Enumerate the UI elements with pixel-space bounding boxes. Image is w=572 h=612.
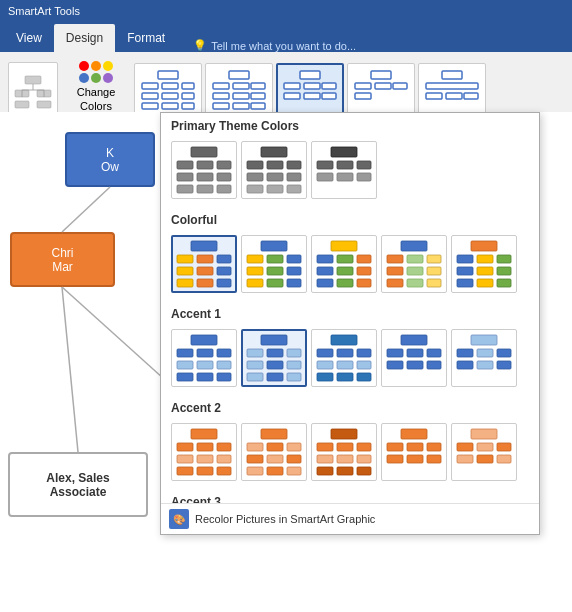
svg-rect-145 <box>287 373 301 381</box>
svg-rect-89 <box>287 255 301 263</box>
svg-rect-56 <box>177 185 193 193</box>
accent2-color-grid <box>161 419 539 489</box>
svg-rect-59 <box>261 147 287 157</box>
color-option-a2o2[interactable] <box>241 423 307 481</box>
color-option-a2o3[interactable] <box>311 423 377 481</box>
svg-rect-208 <box>457 443 473 451</box>
svg-rect-125 <box>497 279 511 287</box>
svg-rect-153 <box>317 373 333 381</box>
color-option-ptc2[interactable] <box>241 141 307 199</box>
canvas-node-top[interactable]: KOw <box>65 132 155 187</box>
svg-rect-180 <box>261 429 287 439</box>
dot-yellow <box>103 61 113 71</box>
color-option-a1o2[interactable] <box>241 329 307 387</box>
svg-rect-102 <box>357 267 371 275</box>
svg-rect-75 <box>357 173 371 181</box>
svg-rect-150 <box>317 361 333 369</box>
svg-rect-206 <box>427 455 441 463</box>
color-option-col1[interactable] <box>171 235 237 293</box>
svg-rect-154 <box>337 373 353 381</box>
svg-rect-22 <box>251 83 265 89</box>
svg-rect-39 <box>393 83 407 89</box>
svg-rect-18 <box>182 103 194 109</box>
svg-rect-170 <box>191 429 217 439</box>
color-option-a2o4[interactable] <box>381 423 447 481</box>
svg-rect-167 <box>457 361 473 369</box>
svg-rect-205 <box>407 455 423 463</box>
svg-rect-109 <box>427 255 441 263</box>
tab-design[interactable]: Design <box>54 24 115 52</box>
svg-rect-45 <box>464 93 478 99</box>
svg-rect-168 <box>477 361 493 369</box>
change-colors-dropdown: Primary Theme Colors Colorful <box>160 112 540 535</box>
recolor-row[interactable]: 🎨 Recolor Pictures in SmartArt Graphic <box>161 503 539 534</box>
dropdown-scroll-area[interactable]: Primary Theme Colors Colorful <box>161 113 539 503</box>
svg-rect-110 <box>387 267 403 275</box>
svg-rect-77 <box>177 255 193 263</box>
svg-rect-152 <box>357 361 371 369</box>
svg-rect-134 <box>197 373 213 381</box>
svg-rect-106 <box>401 241 427 251</box>
svg-rect-130 <box>177 361 193 369</box>
svg-rect-72 <box>357 161 371 169</box>
change-colors-label: Change Colors <box>68 86 124 112</box>
tab-view[interactable]: View <box>4 24 54 52</box>
svg-rect-198 <box>337 467 353 475</box>
svg-rect-103 <box>317 279 333 287</box>
svg-rect-181 <box>247 443 263 451</box>
svg-rect-26 <box>213 103 229 109</box>
color-option-a1o3[interactable] <box>311 329 377 387</box>
svg-rect-196 <box>357 455 371 463</box>
color-option-col5[interactable] <box>451 235 517 293</box>
svg-rect-151 <box>337 361 353 369</box>
svg-rect-179 <box>217 467 231 475</box>
svg-rect-169 <box>497 361 511 369</box>
ribbon-search: 💡 Tell me what you want to do... <box>193 39 356 52</box>
svg-rect-97 <box>317 255 333 263</box>
dot-red <box>79 61 89 71</box>
color-option-a1o1[interactable] <box>171 329 237 387</box>
svg-rect-25 <box>251 93 265 99</box>
svg-rect-61 <box>267 161 283 169</box>
section-label-colorful: Colorful <box>161 207 539 231</box>
svg-rect-112 <box>427 267 441 275</box>
svg-rect-209 <box>477 443 493 451</box>
svg-rect-162 <box>427 361 441 369</box>
color-option-ptc1[interactable] <box>171 141 237 199</box>
svg-rect-90 <box>247 267 263 275</box>
color-option-col3[interactable] <box>311 235 377 293</box>
svg-rect-16 <box>142 103 158 109</box>
svg-rect-132 <box>217 361 231 369</box>
svg-rect-129 <box>217 349 231 357</box>
svg-rect-138 <box>267 349 283 357</box>
color-option-col4[interactable] <box>381 235 447 293</box>
section-label-primary: Primary Theme Colors <box>161 113 539 137</box>
svg-rect-69 <box>331 147 357 157</box>
canvas-node-mid[interactable]: ChriMar <box>10 232 115 287</box>
svg-rect-194 <box>317 455 333 463</box>
svg-rect-92 <box>287 267 301 275</box>
svg-rect-64 <box>267 173 283 181</box>
svg-rect-108 <box>407 255 423 263</box>
svg-rect-175 <box>197 455 213 463</box>
svg-rect-50 <box>177 161 193 169</box>
tab-format[interactable]: Format <box>115 24 177 52</box>
color-option-ptc3[interactable] <box>311 141 377 199</box>
svg-rect-10 <box>142 83 158 89</box>
color-option-col2[interactable] <box>241 235 307 293</box>
color-option-a2o1[interactable] <box>171 423 237 481</box>
lightbulb-icon: 💡 <box>193 39 207 52</box>
canvas-node-bot-1[interactable]: Alex, SalesAssociate <box>8 452 148 517</box>
color-option-a1o4[interactable] <box>381 329 447 387</box>
svg-rect-204 <box>387 455 403 463</box>
svg-rect-203 <box>427 443 441 451</box>
recolor-label: Recolor Pictures in SmartArt Graphic <box>195 513 375 525</box>
color-option-a1o5[interactable] <box>451 329 517 387</box>
svg-rect-36 <box>371 71 391 79</box>
svg-rect-118 <box>477 255 493 263</box>
svg-rect-63 <box>247 173 263 181</box>
color-option-a2o5[interactable] <box>451 423 517 481</box>
svg-rect-212 <box>477 455 493 463</box>
svg-rect-172 <box>197 443 213 451</box>
svg-rect-136 <box>261 335 287 345</box>
